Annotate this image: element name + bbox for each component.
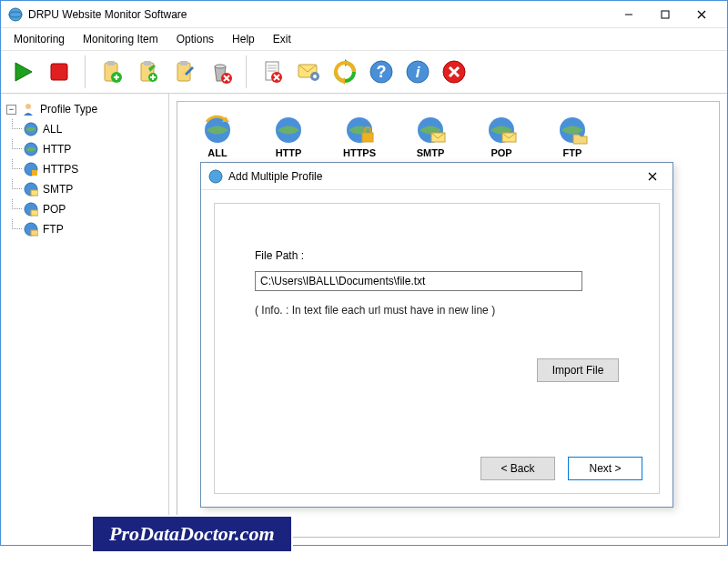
svg-rect-7 xyxy=(51,64,67,80)
sidebar-item-http[interactable]: HTTP xyxy=(21,139,165,159)
globe-mail-icon xyxy=(23,181,39,197)
sidebar-item-label: HTTPS xyxy=(43,163,78,176)
sidebar-item-all[interactable]: ALL xyxy=(21,119,165,139)
svg-rect-3 xyxy=(662,11,669,18)
play-button[interactable] xyxy=(6,55,39,88)
file-path-label: File Path : xyxy=(255,249,619,262)
protocol-https[interactable]: HTTPS xyxy=(338,115,381,158)
globe-icon xyxy=(23,141,39,157)
protocol-row: ALL HTTP HTTPS SMTP xyxy=(187,111,710,162)
back-button[interactable]: < Back xyxy=(480,457,555,480)
app-icon xyxy=(8,7,23,22)
sidebar-item-ftp[interactable]: FTP xyxy=(21,219,165,239)
svg-point-43 xyxy=(25,104,31,109)
dialog-title: Add Multiple Profile xyxy=(228,170,640,183)
file-path-input[interactable] xyxy=(255,271,582,291)
tree-root[interactable]: − Profile Type xyxy=(5,99,165,119)
main: ALL HTTP HTTPS SMTP xyxy=(169,94,727,545)
close-button[interactable] xyxy=(683,2,720,27)
svg-rect-49 xyxy=(31,190,38,196)
clipboard-plus-button[interactable] xyxy=(131,55,164,88)
content: − Profile Type ALL HTTP HTTPS SMTP POP F… xyxy=(1,94,727,545)
sidebar: − Profile Type ALL HTTP HTTPS SMTP POP F… xyxy=(1,94,169,545)
globe-refresh-icon xyxy=(202,115,233,146)
menu-options[interactable]: Options xyxy=(167,30,223,48)
clipboard-edit-button[interactable] xyxy=(167,55,200,88)
svg-rect-47 xyxy=(32,170,37,176)
menu-exit[interactable]: Exit xyxy=(264,30,300,48)
protocol-label: FTP xyxy=(563,147,582,158)
svg-point-33 xyxy=(313,75,317,78)
app-window: DRPU Website Monitor Software Monitoring… xyxy=(0,0,728,546)
sidebar-item-label: SMTP xyxy=(43,183,73,196)
protocol-all[interactable]: ALL xyxy=(196,115,239,158)
svg-point-64 xyxy=(209,170,222,183)
window-title: DRPU Website Monitor Software xyxy=(28,8,611,21)
sidebar-item-https[interactable]: HTTPS xyxy=(21,159,165,179)
toolbar: ? i xyxy=(1,50,727,94)
protocol-label: HTTP xyxy=(276,147,302,158)
dialog-buttons: < Back Next > xyxy=(480,457,642,480)
cancel-button[interactable] xyxy=(438,55,470,88)
menubar: Monitoring Monitoring Item Options Help … xyxy=(1,28,727,50)
svg-rect-19 xyxy=(180,61,187,65)
minimize-button[interactable] xyxy=(611,2,647,27)
trash-delete-button[interactable] xyxy=(204,55,237,88)
stop-button[interactable] xyxy=(43,55,76,88)
protocol-label: SMTP xyxy=(417,147,445,158)
dialog-icon xyxy=(208,169,223,184)
svg-point-20 xyxy=(215,65,226,68)
collapse-icon[interactable]: − xyxy=(6,105,16,115)
protocol-label: POP xyxy=(490,147,511,158)
protocol-ftp[interactable]: FTP xyxy=(551,115,594,158)
tree-children: ALL HTTP HTTPS SMTP POP FTP xyxy=(21,119,165,239)
titlebar: DRPU Website Monitor Software xyxy=(1,1,727,28)
refresh-button[interactable] xyxy=(329,55,361,88)
sidebar-item-pop[interactable]: POP xyxy=(21,199,165,219)
svg-marker-6 xyxy=(15,63,32,81)
protocol-pop[interactable]: POP xyxy=(480,115,523,158)
globe-folder-icon xyxy=(557,115,588,146)
globe-lock-icon xyxy=(344,115,375,146)
protocol-label: HTTPS xyxy=(343,147,376,158)
clipboard-add-button[interactable] xyxy=(95,55,127,88)
svg-rect-14 xyxy=(144,61,151,65)
menu-help[interactable]: Help xyxy=(223,30,264,48)
sidebar-item-label: POP xyxy=(43,203,66,216)
globe-mail-icon xyxy=(23,201,39,217)
page-delete-button[interactable] xyxy=(256,55,288,88)
watermark: ProDataDoctor.com xyxy=(91,515,293,553)
sidebar-item-smtp[interactable]: SMTP xyxy=(21,179,165,199)
toolbar-separator xyxy=(246,55,247,88)
toolbar-separator xyxy=(85,55,86,88)
svg-rect-51 xyxy=(31,210,38,216)
dialog-titlebar: Add Multiple Profile xyxy=(201,163,672,190)
protocol-http[interactable]: HTTP xyxy=(267,115,310,158)
svg-rect-53 xyxy=(31,230,38,236)
sidebar-item-label: HTTP xyxy=(43,143,71,156)
mail-settings-button[interactable] xyxy=(292,55,325,88)
info-button[interactable]: i xyxy=(401,55,434,88)
svg-rect-58 xyxy=(362,133,373,142)
next-button[interactable]: Next > xyxy=(568,457,642,480)
globe-lock-icon xyxy=(23,161,39,177)
info-text: ( Info. : In text file each url must hav… xyxy=(255,304,619,317)
maximize-button[interactable] xyxy=(647,2,683,27)
dialog-panel: File Path : ( Info. : In text file each … xyxy=(214,203,660,494)
main-panel: ALL HTTP HTTPS SMTP xyxy=(177,101,720,538)
svg-text:?: ? xyxy=(377,63,387,81)
import-file-button[interactable]: Import File xyxy=(537,358,619,382)
add-multiple-profile-dialog: Add Multiple Profile File Path : ( Info.… xyxy=(200,162,673,508)
globe-mail-icon xyxy=(415,115,446,146)
globe-icon xyxy=(23,121,39,137)
menu-monitoring[interactable]: Monitoring xyxy=(5,30,74,48)
dialog-body: File Path : ( Info. : In text file each … xyxy=(201,190,672,507)
protocol-smtp[interactable]: SMTP xyxy=(409,115,452,158)
profile-type-icon xyxy=(20,101,36,117)
svg-rect-9 xyxy=(107,61,115,65)
svg-point-0 xyxy=(9,8,22,21)
menu-monitoring-item[interactable]: Monitoring Item xyxy=(74,30,167,48)
dialog-close-button[interactable] xyxy=(640,166,665,186)
sidebar-item-label: ALL xyxy=(43,123,62,136)
help-button[interactable]: ? xyxy=(365,55,398,88)
